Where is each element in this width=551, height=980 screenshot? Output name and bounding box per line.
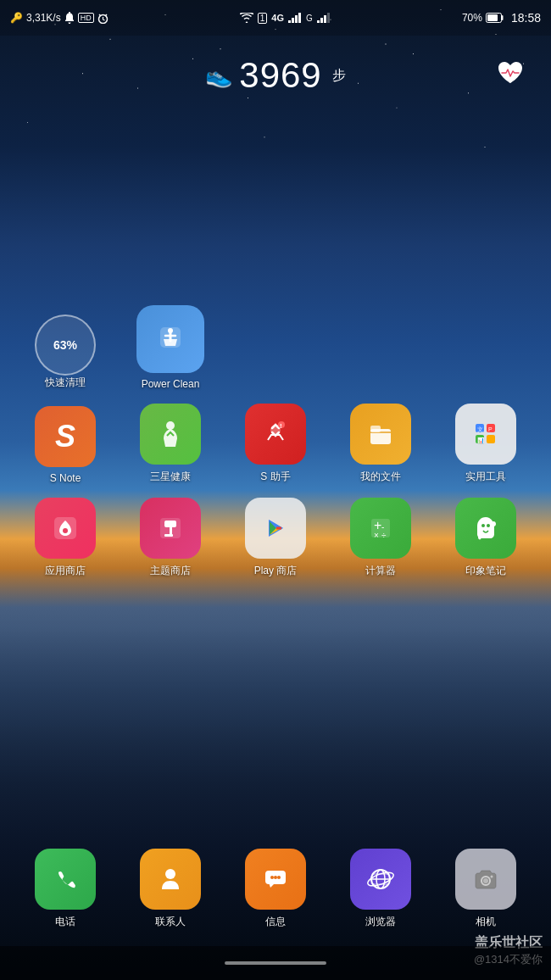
battery-text: 70% xyxy=(462,12,482,24)
evernote-icon xyxy=(455,498,516,559)
notification-icon xyxy=(64,12,75,24)
battery-icon xyxy=(486,13,504,23)
app-row-1: S S Note 三星健康 xyxy=(8,404,543,484)
health-widget: 👟 3969 步 xyxy=(0,47,551,104)
dock-browser[interactable]: 浏览器 xyxy=(334,849,427,929)
playstore-icon xyxy=(245,498,306,559)
sassist-icon: ! xyxy=(245,404,306,465)
dock-area: 电话 联系人 信息 xyxy=(0,849,551,929)
svg-rect-31 xyxy=(164,534,173,537)
status-bar: 🔑 3,31K/s HD 1 4G xyxy=(0,0,551,36)
signal2-icon xyxy=(317,13,331,23)
calculator-label: 计算器 xyxy=(365,564,396,578)
speed-text: 3,31K/s xyxy=(26,12,61,24)
dock-contacts[interactable]: 联系人 xyxy=(124,849,217,929)
sim1-icon: 1 xyxy=(258,13,268,24)
svg-rect-30 xyxy=(170,527,172,534)
wifi-icon xyxy=(240,13,253,23)
steps-count: 3969 xyxy=(239,55,321,96)
quick-clean-label: 快速清理 xyxy=(45,376,86,390)
svg-text:×: × xyxy=(374,531,379,540)
widget-row: 63% 快速清理 Power Clean xyxy=(8,305,543,390)
messages-icon xyxy=(245,849,306,910)
svg-rect-22 xyxy=(487,435,495,443)
svg-point-42 xyxy=(274,876,277,879)
time-text: 18:58 xyxy=(511,11,541,25)
app-calculator[interactable]: + - × ÷ 计算器 xyxy=(334,498,427,578)
svg-point-49 xyxy=(491,876,493,878)
svg-rect-7 xyxy=(324,15,326,23)
app-myfiles[interactable]: 我的文件 xyxy=(334,404,427,484)
nav-bar xyxy=(0,946,551,980)
svg-point-12 xyxy=(168,328,173,333)
svg-rect-3 xyxy=(295,15,298,23)
app-row-2: 应用商店 主题商店 xyxy=(8,498,543,578)
steps-container: 👟 3969 步 xyxy=(205,55,345,96)
app-samsung-health[interactable]: 三星健康 xyxy=(124,404,217,484)
quick-clean-widget[interactable]: 63% 快速清理 xyxy=(19,315,112,390)
themestore-label: 主题商店 xyxy=(150,564,191,578)
app-themestore[interactable]: 主题商店 xyxy=(124,498,217,578)
app-sassist[interactable]: ! S 助手 xyxy=(229,404,322,484)
dock: 电话 联系人 信息 xyxy=(0,849,551,929)
svg-text:P: P xyxy=(488,426,493,432)
contacts-icon xyxy=(140,849,201,910)
status-left: 🔑 3,31K/s HD xyxy=(10,12,109,24)
svg-point-41 xyxy=(270,876,274,879)
evernote-label: 印象笔记 xyxy=(465,564,506,578)
app-tools[interactable]: 文 P 📊 实用工具 xyxy=(439,404,532,484)
themestore-icon xyxy=(140,498,201,559)
snote-label: S Note xyxy=(50,472,81,484)
browser-label: 浏览器 xyxy=(365,915,396,929)
svg-point-38 xyxy=(487,524,490,527)
svg-point-43 xyxy=(277,876,281,879)
app-snote[interactable]: S S Note xyxy=(19,406,112,484)
lock-icon: 🔑 xyxy=(10,12,23,24)
quick-clean-circle: 63% xyxy=(35,315,96,376)
svg-text:!: ! xyxy=(280,422,282,430)
power-clean-app[interactable]: Power Clean xyxy=(124,305,217,390)
svg-rect-4 xyxy=(298,13,301,23)
power-clean-label: Power Clean xyxy=(142,378,200,390)
contacts-label: 联系人 xyxy=(155,915,186,929)
svg-point-13 xyxy=(166,421,175,430)
svg-rect-18 xyxy=(370,426,381,432)
dock-camera[interactable]: 相机 xyxy=(439,849,532,929)
app-area: 63% 快速清理 Power Clean xyxy=(0,305,551,592)
app-appstore[interactable]: 应用商店 xyxy=(19,498,112,578)
myfiles-icon xyxy=(350,404,411,465)
quick-clean-percent: 63% xyxy=(53,338,77,352)
svg-rect-1 xyxy=(288,20,291,23)
dock-messages[interactable]: 信息 xyxy=(229,849,322,929)
shoe-icon: 👟 xyxy=(205,63,232,89)
phone-label: 电话 xyxy=(55,915,75,929)
svg-rect-29 xyxy=(164,521,176,527)
svg-rect-8 xyxy=(327,13,330,23)
4g-icon: 4G xyxy=(271,13,284,23)
myfiles-label: 我的文件 xyxy=(360,470,401,484)
svg-point-39 xyxy=(165,869,175,879)
status-center: 1 4G G xyxy=(240,13,331,24)
power-clean-icon xyxy=(136,305,204,373)
browser-icon xyxy=(350,849,411,910)
appstore-icon xyxy=(35,498,96,559)
samsung-health-label: 三星健康 xyxy=(150,470,191,484)
svg-point-48 xyxy=(483,878,488,883)
dock-phone[interactable]: 电话 xyxy=(19,849,112,929)
playstore-label: Play 商店 xyxy=(254,564,298,578)
tools-label: 实用工具 xyxy=(465,470,506,484)
svg-text:÷: ÷ xyxy=(381,531,387,540)
camera-label: 相机 xyxy=(476,915,496,929)
heart-rate-icon[interactable] xyxy=(495,58,526,94)
svg-point-27 xyxy=(63,528,68,533)
phone-icon xyxy=(35,849,96,910)
app-evernote[interactable]: 印象笔记 xyxy=(439,498,532,578)
hd-badge: HD xyxy=(78,13,94,23)
alarm-icon xyxy=(97,13,109,24)
svg-rect-5 xyxy=(317,20,320,23)
status-right: 70% 18:58 xyxy=(462,11,541,25)
signal-icon xyxy=(288,13,302,23)
app-playstore[interactable]: Play 商店 xyxy=(229,498,322,578)
messages-label: 信息 xyxy=(265,915,286,929)
calculator-icon: + - × ÷ xyxy=(350,498,411,559)
